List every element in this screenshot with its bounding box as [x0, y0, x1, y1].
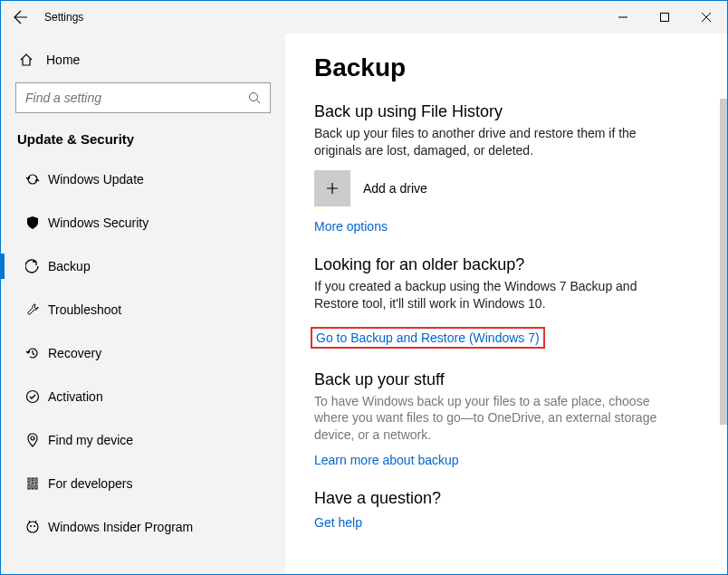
backup-restore-win7-link[interactable]: Go to Backup and Restore (Windows 7) [311, 327, 545, 349]
titlebar: Settings [1, 1, 727, 34]
minimize-icon [618, 13, 627, 22]
content-pane: Backup Back up using File History Back u… [285, 34, 727, 574]
svg-rect-7 [32, 478, 34, 481]
app-title: Settings [41, 11, 83, 24]
sidebar-item-label: Windows Security [48, 216, 148, 230]
sidebar-item-label: Backup [48, 259, 91, 273]
maximize-icon [660, 13, 669, 22]
window-controls [602, 1, 727, 34]
svg-point-4 [27, 391, 39, 403]
sidebar-item-label: Windows Insider Program [48, 520, 193, 534]
insider-icon [19, 520, 46, 534]
vertical-scrollbar[interactable] [720, 99, 727, 425]
sidebar-item-backup[interactable]: Backup [1, 244, 285, 288]
home-label: Home [46, 53, 80, 67]
svg-rect-8 [32, 483, 34, 489]
sidebar-item-activation[interactable]: Activation [1, 375, 285, 418]
svg-rect-5 [28, 478, 30, 483]
home-button[interactable]: Home [1, 41, 285, 79]
arrow-left-icon [14, 10, 28, 24]
learn-more-backup-link[interactable]: Learn more about backup [314, 453, 459, 467]
maximize-button[interactable] [644, 1, 685, 34]
sidebar-item-windows-insider[interactable]: Windows Insider Program [1, 505, 285, 549]
svg-point-11 [27, 522, 38, 532]
add-drive-label: Add a drive [363, 181, 427, 196]
svg-point-13 [34, 525, 35, 527]
question-heading: Have a question? [314, 489, 700, 508]
sidebar: Home Update & Security Windows Update Wi… [1, 34, 285, 574]
close-icon [702, 13, 711, 22]
sidebar-item-recovery[interactable]: Recovery [1, 331, 285, 375]
sync-icon [19, 172, 46, 187]
sidebar-item-for-developers[interactable]: For developers [1, 462, 285, 505]
back-button[interactable] [1, 1, 41, 34]
search-input[interactable] [16, 91, 239, 105]
svg-rect-9 [35, 478, 37, 484]
home-icon [19, 53, 46, 67]
file-history-heading: Back up using File History [314, 102, 700, 121]
file-history-body: Back up your files to another drive and … [314, 125, 658, 159]
get-help-link[interactable]: Get help [314, 515, 362, 530]
sidebar-item-troubleshoot[interactable]: Troubleshoot [1, 288, 285, 331]
history-icon [19, 346, 46, 360]
older-backup-body: If you created a backup using the Window… [314, 278, 658, 312]
svg-point-12 [30, 525, 32, 527]
sidebar-item-label: Find my device [48, 433, 133, 447]
sidebar-item-label: Recovery [48, 346, 101, 360]
more-options-link[interactable]: More options [314, 219, 388, 234]
wrench-icon [19, 302, 46, 317]
shield-icon [19, 216, 46, 230]
backup-stuff-heading: Back up your stuff [314, 370, 700, 389]
check-circle-icon [19, 389, 46, 404]
svg-rect-10 [35, 485, 37, 489]
svg-rect-6 [28, 484, 30, 489]
developer-icon [19, 476, 46, 491]
svg-point-2 [250, 93, 258, 101]
plus-icon [325, 181, 340, 196]
search-box[interactable] [15, 82, 271, 113]
older-backup-heading: Looking for an older backup? [314, 255, 700, 274]
plus-button[interactable] [314, 170, 350, 206]
minimize-button[interactable] [602, 1, 644, 34]
section-title: Update & Security [1, 126, 285, 158]
backup-stuff-body: To have Windows back up your files to a … [314, 393, 658, 445]
location-icon [19, 433, 46, 447]
sidebar-item-windows-security[interactable]: Windows Security [1, 201, 285, 244]
page-title: Backup [314, 53, 700, 82]
svg-line-3 [257, 101, 261, 104]
sidebar-item-label: Activation [48, 389, 103, 404]
backup-arrow-icon [19, 259, 46, 273]
sidebar-item-find-my-device[interactable]: Find my device [1, 418, 285, 462]
sidebar-item-windows-update[interactable]: Windows Update [1, 158, 285, 201]
sidebar-item-label: Windows Update [48, 172, 144, 187]
close-button[interactable] [685, 1, 727, 34]
search-icon [239, 91, 270, 104]
add-drive-button[interactable]: Add a drive [314, 170, 700, 206]
sidebar-item-label: Troubleshoot [48, 302, 121, 317]
sidebar-item-label: For developers [48, 476, 132, 491]
svg-rect-1 [661, 14, 669, 22]
